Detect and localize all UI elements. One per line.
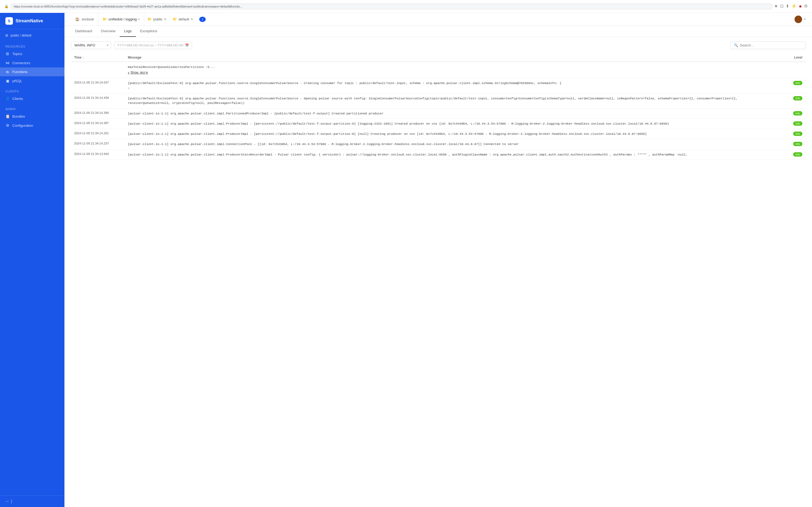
message-cell: [pulsar-client-io-1-1] org.apache.pulsar…: [125, 108, 784, 118]
tab-overview[interactable]: Overview: [97, 26, 120, 37]
url-bar[interactable]: https://console.local.sn:8081/function/l…: [11, 3, 772, 9]
level-badge: Info: [793, 81, 802, 85]
topics-icon: ⊞: [5, 52, 10, 56]
message-cell: [pulsar-client-io-1-1] org.apache.pulsar…: [125, 129, 784, 139]
level-cell: Info: [784, 129, 806, 139]
house-icon: 🏠: [75, 17, 79, 21]
sidebar-item-configuration[interactable]: ⚙ Configuration: [0, 121, 64, 130]
clients-label: Clients: [0, 89, 64, 94]
sidebar-header: S StreamNative: [0, 13, 64, 29]
browser-actions: ★ ⊡ ⬇ ⚡ ● ⚙: [774, 3, 808, 9]
table-row: 2024-11-09 21:34:14.390[pulsar-client-io…: [71, 108, 806, 118]
message-text: [public/default/ExclaimTest-0] org.apach…: [128, 81, 562, 85]
time-cell: [71, 62, 125, 78]
table-row: 2024-11-09 21:34:14.387[pulsar-client-io…: [71, 118, 806, 129]
tab-logs[interactable]: Logs: [120, 26, 136, 37]
search-icon: 🔍: [734, 43, 738, 47]
nav-right: ▾: [795, 15, 806, 23]
message-cell: maxTotalReceiverQueueSizeAcrossPartition…: [125, 62, 784, 78]
level-column-header: Level: [784, 53, 806, 62]
configuration-icon: ⚙: [5, 123, 10, 127]
sidebar-brand: StreamNative: [15, 18, 43, 23]
collapse-button[interactable]: ← |: [5, 499, 12, 504]
date-range-picker[interactable]: YYYY-MM-DD HH:mm:ss ~ YYYY-MM-DD HH 📅: [114, 42, 192, 49]
nav-breadcrumb-org: 🏠 sncloud: [71, 13, 98, 25]
log-table-container: Time ↓ Message Level maxTotalReceiverQu: [64, 53, 812, 507]
sidebar-item-bundles[interactable]: 📋 Bundles: [0, 112, 64, 121]
sidebar-item-connectors[interactable]: ⋈ Connectors: [0, 58, 64, 67]
table-row: maxTotalReceiverQueueSizeAcrossPartition…: [71, 62, 806, 78]
nav-namespace1[interactable]: 📁 public ⇅: [144, 13, 169, 25]
folder2-icon: 📁: [173, 17, 177, 21]
level-cell: Info: [784, 108, 806, 118]
nav-header: 🏠 sncloud 📁 unifiedob / logging ▾ 📁 publ…: [64, 13, 812, 26]
message-text: [public/default/ExclaimTest-0] org.apach…: [128, 97, 737, 105]
message-cell: [public/default/ExclaimTest-0] org.apach…: [125, 94, 784, 109]
namespace1-text: public: [153, 17, 163, 21]
extensions-icon[interactable]: ⚡: [791, 3, 797, 9]
level-cell: Info: [784, 118, 806, 129]
settings-icon[interactable]: ⚙: [804, 3, 808, 9]
bookmark-icon[interactable]: ★: [774, 3, 778, 9]
log-table: Time ↓ Message Level maxTotalReceiverQu: [71, 53, 806, 160]
folder1-icon: 📁: [148, 17, 152, 21]
level-cell: [784, 62, 806, 78]
show-more-button[interactable]: ∨ Show more: [128, 70, 781, 75]
date-range-text: YYYY-MM-DD HH:mm:ss ~ YYYY-MM-DD HH: [117, 44, 183, 47]
url-text: https://console.local.sn:8081/function/l…: [14, 5, 242, 8]
time-cell: 2024-11-09 21:34:14.387: [71, 118, 125, 129]
window-icon[interactable]: ⊡: [780, 3, 784, 9]
main-content: 🏠 sncloud 📁 unifiedob / logging ▾ 📁 publ…: [64, 13, 812, 507]
user-menu-chevron[interactable]: ▾: [804, 18, 806, 21]
search-input[interactable]: [740, 43, 802, 47]
pfsql-icon: ▣: [5, 79, 10, 83]
copy-icon[interactable]: ⊙: [128, 86, 781, 91]
sidebar-item-pfsql[interactable]: ▣ pfSQL: [0, 76, 64, 86]
sidebar-item-topics[interactable]: ⊞ Topics: [0, 49, 64, 58]
sidebar-item-connectors-label: Connectors: [12, 61, 30, 65]
grid-icon: ⊞: [5, 34, 8, 37]
level-badge: Info: [793, 96, 802, 101]
tab-dashboard[interactable]: Dashboard: [71, 26, 97, 37]
sidebar-item-pfsql-label: pfSQL: [12, 79, 22, 83]
message-text: [pulsar-client-io-1-1] org.apache.pulsar…: [128, 153, 687, 156]
sidebar-item-functions[interactable]: fx Functions: [0, 67, 64, 76]
log-search-box[interactable]: 🔍: [731, 41, 806, 49]
table-row: 2024-11-09 21:34:14.439[public/default/E…: [71, 94, 806, 109]
filter-chevron-icon: ▾: [107, 44, 108, 47]
sidebar-item-topics-label: Topics: [12, 52, 22, 56]
sidebar-item-clients-label: Clients: [12, 97, 23, 101]
user-avatar[interactable]: [795, 15, 802, 23]
sort-icon[interactable]: ↓: [83, 56, 84, 59]
time-cell: 2024-11-09 21:34:14.237: [71, 139, 125, 149]
level-badge: Info: [793, 121, 802, 126]
tab-exceptions[interactable]: Exceptions: [136, 26, 162, 37]
calendar-icon: 📅: [185, 44, 189, 47]
ns1-chevron-icon: ⇅: [164, 18, 166, 21]
info-button[interactable]: i: [199, 17, 206, 22]
connectors-icon: ⋈: [5, 61, 10, 65]
profile-icon[interactable]: ●: [799, 3, 802, 9]
sidebar-namespace: ⊞ public / default: [0, 32, 64, 39]
log-level-filter[interactable]: WARN, INFO ▾: [71, 41, 111, 49]
admin-label: Admin: [0, 106, 64, 112]
message-text: [pulsar-client-io-1-1] org.apache.pulsar…: [128, 132, 647, 135]
sidebar-namespace-section: ⊞ public / default: [0, 29, 64, 41]
level-cell: Info: [784, 139, 806, 149]
org-name: sncloud: [81, 17, 94, 21]
message-text: [pulsar-client-io-1-1] org.apache.pulsar…: [128, 122, 669, 125]
bundles-icon: 📋: [5, 114, 10, 118]
nav-instance[interactable]: 📁 unifiedob / logging ▾: [98, 13, 144, 25]
tabs-bar: Dashboard Overview Logs Exceptions: [64, 26, 812, 37]
message-cell: [pulsar-client-io-1-1] org.apache.pulsar…: [125, 149, 784, 160]
nav-namespace2[interactable]: 📁 default ⇅: [169, 13, 196, 25]
message-column-header: Message: [125, 53, 784, 62]
time-cell: 2024-11-09 21:34:13.944: [71, 149, 125, 160]
sidebar-logo: S: [5, 17, 13, 25]
message-cell: [pulsar-client-io-1-1] org.apache.pulsar…: [125, 118, 784, 129]
sidebar-item-clients[interactable]: 👤 Clients: [0, 94, 64, 103]
level-badge: Info: [793, 131, 802, 136]
message-cell: [pulsar-client-io-1-1] org.apache.pulsar…: [125, 139, 784, 149]
message-cell: [public/default/ExclaimTest-0] org.apach…: [125, 78, 784, 94]
download-icon[interactable]: ⬇: [786, 3, 789, 9]
